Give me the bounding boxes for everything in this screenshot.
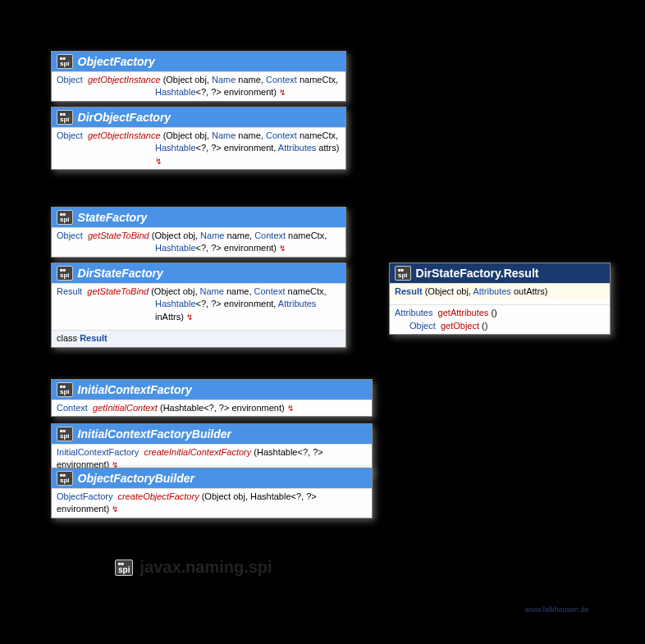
return-type: InitialContextFactory	[57, 447, 139, 457]
param-type: Name	[212, 130, 236, 140]
sig: ()	[488, 308, 496, 317]
method-name: getAttributes	[438, 308, 489, 317]
method-name: getObject	[441, 321, 479, 331]
method-row: Result getStateToBind (Object obj, Name …	[52, 283, 345, 325]
watermark: www.falkhausen.de	[525, 605, 589, 614]
param-type: Hashtable	[155, 243, 196, 253]
sig: (Hashtable<?, ?> environment)	[158, 403, 287, 413]
class-box-objectfactorybuilder: ■■spi ObjectFactoryBuilder ObjectFactory…	[51, 468, 373, 518]
sig: name,	[236, 130, 266, 140]
method-row: Context getInitialContext (Hashtable<?, …	[52, 400, 372, 416]
class-title: InitialContextFactoryBuilder	[78, 427, 231, 441]
sig: name,	[236, 75, 266, 84]
class-header: ■■spi StateFactory	[52, 208, 345, 227]
spi-icon: ■■spi	[57, 210, 73, 225]
param-type: Context	[254, 286, 286, 296]
sig: ()	[479, 321, 487, 331]
spi-icon: ■■spi	[57, 471, 73, 486]
return-type: Object	[57, 231, 83, 240]
sig: attrs)	[316, 143, 339, 153]
method-row: ObjectFactory createObjectFactory (Objec…	[52, 488, 372, 518]
spi-icon: ■■spi	[395, 266, 411, 281]
method-name: getObjectInstance	[88, 75, 161, 84]
throws-icon: ↯	[279, 244, 286, 253]
sig: name,	[224, 231, 254, 240]
throws-icon: ↯	[112, 505, 118, 514]
spi-icon: ■■spi	[57, 266, 73, 281]
class-header: ■■spi ObjectFactoryBuilder	[52, 468, 372, 488]
method-row: Object getStateToBind (Object obj, Name …	[52, 227, 345, 257]
sig: inAttrs)	[155, 312, 186, 322]
constructor-row: Result (Object obj, Attributes outAttrs)	[390, 283, 610, 299]
class-title: DirObjectFactory	[78, 111, 172, 124]
class-header: ■■spi DirObjectFactory	[52, 107, 345, 127]
param-type: Hashtable	[155, 299, 196, 308]
constructor-name: Result	[395, 286, 423, 296]
return-type: Object	[57, 75, 83, 84]
spi-icon: ■■spi	[57, 427, 73, 441]
return-type: Object	[57, 130, 83, 140]
param-type: Context	[266, 75, 297, 84]
param-type: Attributes	[278, 143, 316, 153]
sig: name,	[224, 286, 254, 296]
class-header: ■■spi InitialContextFactoryBuilder	[52, 424, 372, 444]
class-title: ObjectFactoryBuilder	[78, 472, 194, 485]
throws-icon: ↯	[279, 88, 286, 97]
param-type: Name	[212, 75, 236, 84]
sig: nameCtx,	[297, 75, 338, 84]
param-type: Hashtable	[155, 143, 196, 153]
watermark-text: www.falkhausen.de	[525, 605, 589, 614]
throws-icon: ↯	[186, 313, 193, 322]
method-name: getStateToBind	[88, 231, 149, 240]
class-box-objectfactory: ■■spi ObjectFactory Object getObjectInst…	[51, 51, 346, 102]
sig: <?, ?> environment)	[196, 243, 280, 253]
method-line2: Hashtable<?, ?> environment) ↯	[57, 242, 341, 254]
class-box-dirobjectfactory: ■■spi DirObjectFactory Object getObjectI…	[51, 107, 346, 170]
class-box-initialcontextfactory: ■■spi InitialContextFactory Context getI…	[51, 379, 373, 417]
param-type: Name	[200, 231, 224, 240]
sig: (Object obj,	[161, 75, 212, 84]
return-type: ObjectFactory	[57, 491, 112, 501]
nested-class-row: class Result	[52, 330, 345, 346]
class-header: ■■spi InitialContextFactory	[52, 380, 372, 400]
class-header: ■■spi ObjectFactory	[52, 52, 345, 71]
return-type: Result	[57, 286, 82, 296]
param-type: Context	[266, 130, 297, 140]
param-type: Attributes	[473, 286, 510, 296]
throws-icon: ↯	[155, 157, 162, 166]
sig: outAttrs)	[511, 286, 548, 296]
param-type: Context	[254, 231, 286, 240]
spi-icon: ■■spi	[57, 110, 73, 125]
class-header: ■■spi DirStateFactory	[52, 263, 345, 283]
sig: nameCtx,	[285, 286, 326, 296]
class-box-dirstatefactory: ■■spi DirStateFactory Result getStateToB…	[51, 263, 346, 348]
sig: (Object obj,	[161, 130, 212, 140]
spi-icon: ■■spi	[57, 382, 73, 397]
method-row: Object getObjectInstance (Object obj, Na…	[52, 127, 345, 169]
method-name: createInitialContextFactory	[144, 447, 251, 457]
class-header: ■■spi DirStateFactory.Result	[390, 263, 610, 283]
method-line2: Hashtable<?, ?> environment) ↯	[57, 86, 341, 98]
return-type: Attributes	[395, 308, 432, 317]
class-title: DirStateFactory	[78, 267, 163, 280]
sig: <?, ?> environment)	[196, 87, 280, 97]
method-row: Attributes getAttributes () Object getOb…	[390, 304, 610, 334]
sig: nameCtx,	[297, 130, 338, 140]
package-name: javax.naming.spi	[140, 558, 272, 577]
spi-icon: ■■spi	[57, 54, 73, 69]
method-name: getObjectInstance	[88, 130, 161, 140]
method-line2: Hashtable<?, ?> environment, Attributes …	[57, 142, 341, 167]
return-type: Object	[409, 321, 436, 331]
nested-class-name: Result	[80, 333, 108, 343]
class-box-initialcontextfactorybuilder: ■■spi InitialContextFactoryBuilder Initi…	[51, 423, 373, 474]
keyword: class	[57, 333, 77, 343]
class-title: StateFactory	[78, 211, 148, 224]
param-type: Name	[200, 286, 224, 296]
method-name: getInitialContext	[93, 403, 158, 413]
method-name: createObjectFactory	[118, 491, 199, 501]
sig: <?, ?> environment,	[196, 143, 278, 153]
throws-icon: ↯	[287, 404, 294, 413]
package-title: ■■spi javax.naming.spi	[115, 558, 272, 577]
class-box-statefactory: ■■spi StateFactory Object getStateToBind…	[51, 207, 346, 258]
spi-icon: ■■spi	[115, 560, 133, 576]
